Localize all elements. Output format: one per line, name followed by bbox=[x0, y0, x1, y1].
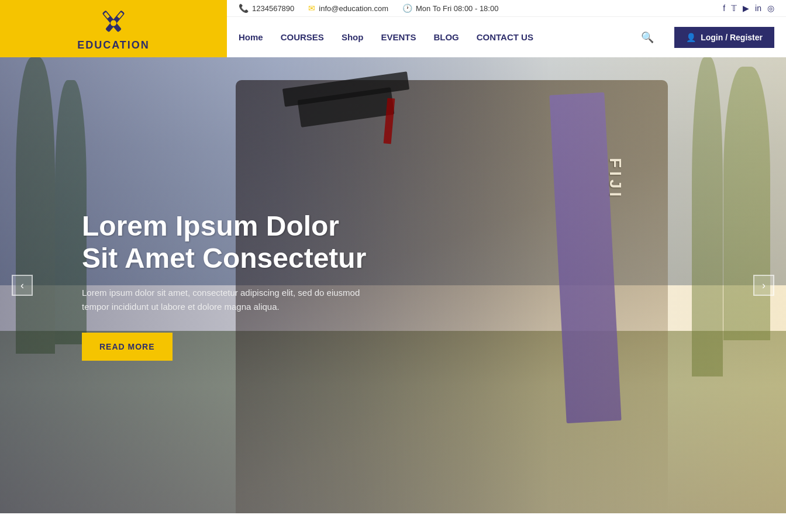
nav-courses[interactable]: COURSES bbox=[281, 32, 324, 42]
nav-contact[interactable]: CONTACT US bbox=[477, 32, 533, 42]
instagram-icon[interactable]: ◎ bbox=[767, 4, 774, 13]
carousel-next[interactable]: › bbox=[753, 275, 774, 296]
user-icon: 👤 bbox=[686, 33, 696, 42]
read-more-button[interactable]: READ MORE bbox=[82, 333, 173, 361]
phone-icon: 📞 bbox=[239, 4, 249, 13]
search-button[interactable]: 🔍 bbox=[638, 28, 657, 47]
facebook-icon[interactable]: f bbox=[723, 4, 725, 13]
logo-text: EDUCATION bbox=[77, 39, 150, 51]
email-icon: ✉ bbox=[308, 4, 315, 13]
hero-title: Lorem Ipsum Dolor Sit Amet Consectetur bbox=[82, 210, 374, 274]
hero-content: Lorem Ipsum Dolor Sit Amet Consectetur L… bbox=[0, 57, 409, 513]
clock-icon: 🕐 bbox=[402, 4, 412, 13]
linkedin-icon[interactable]: in bbox=[755, 4, 761, 13]
login-button[interactable]: 👤 Login / Register bbox=[674, 27, 774, 48]
main-nav: Home COURSES Shop EVENTS BLOG CONTACT US… bbox=[227, 17, 786, 57]
carousel-prev[interactable]: ‹ bbox=[12, 275, 33, 296]
youtube-icon[interactable]: ▶ bbox=[743, 4, 749, 13]
twitter-icon[interactable]: 𝕋 bbox=[731, 4, 737, 13]
hero-subtitle: Lorem ipsum dolor sit amet, consectetur … bbox=[82, 286, 363, 314]
svg-point-2 bbox=[111, 20, 116, 26]
logo: EDUCATION bbox=[0, 0, 227, 57]
nav-events[interactable]: EVENTS bbox=[381, 32, 416, 42]
nav-home[interactable]: Home bbox=[239, 32, 263, 42]
email-info: ✉ info@education.com bbox=[308, 4, 388, 13]
nav-shop[interactable]: Shop bbox=[342, 32, 364, 42]
social-links: f 𝕋 ▶ in ◎ bbox=[723, 4, 774, 13]
hours-info: 🕐 Mon To Fri 08:00 - 18:00 bbox=[402, 4, 498, 13]
nav-blog[interactable]: BLOG bbox=[433, 32, 458, 42]
phone-info: 📞 1234567890 bbox=[239, 4, 294, 13]
hero-section: FIJI Lorem Ipsum Dolor Sit Amet Consecte… bbox=[0, 57, 786, 513]
